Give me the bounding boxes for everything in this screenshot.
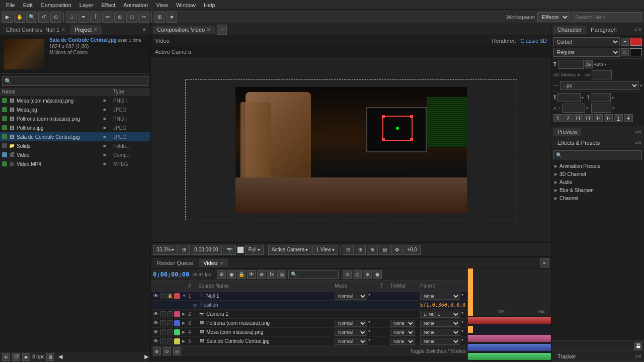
time-display[interactable]: 0;00;00;00 [191, 245, 221, 255]
zoom-display[interactable]: 33,3% ▾ [153, 245, 178, 255]
trkmat-select-4[interactable]: None [390, 329, 415, 336]
eraser-tool[interactable]: ◻ [126, 12, 137, 23]
mode-select-1[interactable]: Normal [335, 293, 367, 300]
layer-solo-4[interactable] [160, 329, 166, 335]
font-color-box[interactable] [630, 38, 642, 46]
effects-presets-tab[interactable]: Effects & Presets [553, 139, 604, 147]
mode-select-5[interactable]: Normal [335, 338, 367, 345]
new-folder-btn[interactable]: ⊕ [2, 353, 10, 361]
project-tab-close[interactable]: ✕ [94, 27, 98, 32]
roto-tool[interactable]: ✂ [138, 12, 149, 23]
menu-effect[interactable]: Effect [97, 1, 119, 9]
tl-solo[interactable]: ◉ [227, 270, 236, 279]
tl-lock[interactable]: 🔒 [237, 270, 246, 279]
tl-extra4[interactable]: ◉ [373, 270, 382, 279]
tl-extra3[interactable]: ⊕ [363, 270, 372, 279]
format-caps[interactable]: TT [574, 114, 583, 122]
position-label[interactable]: Position [200, 302, 416, 308]
layer-lock-3[interactable] [167, 320, 173, 326]
renderer-value[interactable]: Classic 3D [520, 38, 547, 44]
comp-tab[interactable]: Composition: Video ✕ [153, 26, 215, 34]
table-row[interactable]: 👁 ▶ 5 🖼 Sala de Controle Central.jpg Nor… [151, 337, 467, 346]
px-select[interactable]: - px [560, 81, 639, 90]
grid-btn[interactable]: ⊞ [179, 245, 190, 255]
parent-select-1[interactable]: None [420, 293, 460, 300]
tl-collapse[interactable]: ⊕ [257, 270, 266, 279]
trkmat-select-3[interactable]: None [390, 320, 415, 327]
font-size-input[interactable]: 69 px [558, 60, 584, 69]
search-help-input[interactable] [572, 12, 642, 22]
timeline-time-display[interactable]: 0;00;00;00 [153, 271, 189, 278]
effects-close[interactable]: ✕ [638, 140, 642, 145]
effect-controls-tab[interactable]: Effect Controls: Null 1 ✕ [2, 25, 69, 35]
preview-close[interactable]: ✕ [638, 129, 642, 134]
expand-arrow-2[interactable]: ▶ [182, 312, 185, 316]
menu-composition[interactable]: Composition [37, 1, 75, 9]
layer-eye-3[interactable]: 👁 [153, 320, 159, 326]
render-queue-tab[interactable]: Render Queue [153, 259, 197, 267]
playhead[interactable] [468, 268, 473, 316]
parent-select-2[interactable]: 1. Null 1 [420, 311, 460, 318]
delete-btn[interactable]: 🗑 [46, 353, 54, 361]
comp-controls2[interactable]: ⊞ [355, 245, 366, 255]
render-queue-btn[interactable]: ▶ [22, 353, 30, 361]
layer-lock-4[interactable] [167, 329, 173, 335]
paragraph-tab[interactable]: Paragraph [587, 26, 620, 34]
baseline-input[interactable]: 0 px [562, 104, 585, 113]
rect-mask[interactable]: □ [66, 12, 77, 23]
preview-tab[interactable]: Preview [553, 128, 581, 136]
list-item[interactable]: 🎬 Video ■ Comp... [0, 150, 150, 159]
tl-home-btn[interactable]: ⊕ [153, 347, 161, 355]
menu-animation[interactable]: Animation [119, 1, 152, 9]
panel-menu-icon[interactable]: ≡ [140, 26, 148, 34]
toggle-switches-label[interactable]: Toggle Switches / Modes [410, 348, 465, 354]
layer-solo-1[interactable] [160, 293, 166, 299]
new-comp-btn[interactable]: 🎬 [12, 353, 20, 361]
font-select[interactable]: Corbel [553, 37, 620, 46]
layer-lock-2[interactable] [167, 311, 173, 317]
view-mode-select[interactable]: Full ▾ [245, 245, 264, 255]
format-super[interactable]: Ts [594, 114, 603, 122]
trkmat-select-5[interactable]: None [390, 338, 415, 345]
layer-eye-5[interactable]: 👁 [153, 338, 159, 344]
tl-hide-shy[interactable]: 👁 [247, 270, 256, 279]
layer-lock-5[interactable] [167, 338, 173, 344]
style-select[interactable]: Regular [553, 48, 620, 57]
comp-controls5[interactable]: ✿ [391, 245, 403, 255]
offset-display[interactable]: +0,0 [404, 245, 421, 255]
format-italic[interactable]: T [564, 114, 573, 122]
list-item[interactable]: 🎥 Video.MP4 ■ MPEG [0, 159, 150, 168]
parent-select-4[interactable]: None [420, 329, 460, 336]
video-tab-close[interactable]: ✕ [220, 261, 224, 266]
star-tool[interactable]: ★ [166, 12, 177, 23]
tl-effects-btn[interactable]: fx [267, 270, 276, 279]
3d-channel-header[interactable]: ▶ 3D Channel [552, 170, 643, 178]
comp-controls4[interactable]: ▤ [379, 245, 390, 255]
expand-arrow-4[interactable]: ▶ [182, 330, 185, 334]
view-count-btn[interactable]: 1 View ▾ [312, 245, 338, 255]
timeline-menu-btn[interactable]: ≡ [540, 258, 549, 267]
workspace-select[interactable]: Effects [537, 12, 570, 22]
layer-eye-4[interactable]: 👁 [153, 329, 159, 335]
position-value[interactable]: 571,0,360,0,0,0 [420, 302, 465, 308]
scroll-right-btn[interactable]: ▶ [144, 353, 148, 360]
menu-file[interactable]: File [2, 1, 19, 9]
select-tool[interactable]: ▶ [2, 12, 13, 23]
parent-select-5[interactable]: None [420, 338, 460, 345]
table-row[interactable]: 👁 ▶ 2 📷 Camera 1 [151, 310, 467, 319]
audio-header[interactable]: ▶ Audio [552, 178, 643, 186]
pen-tool[interactable]: ✒ [78, 12, 89, 23]
format-strikethrough[interactable]: T [624, 114, 633, 122]
stroke-color-box[interactable] [630, 48, 642, 56]
menu-help[interactable]: Help [200, 1, 219, 9]
tsume-input[interactable]: 0 % [591, 104, 611, 113]
font-color-icon[interactable]: ✒ [621, 38, 629, 46]
char-panel-menu[interactable]: ≡ [634, 27, 637, 32]
format-sub[interactable]: Ts [604, 114, 613, 122]
menu-view[interactable]: View [152, 1, 172, 9]
comp-menu-btn[interactable]: ≡ [217, 25, 227, 35]
list-item[interactable]: 🖼 Poltrona (com máscara).png ■ PNG | [0, 114, 150, 123]
animation-presets-header[interactable]: ▶ Animation Presets [552, 162, 643, 170]
layer-eye-2[interactable]: 👁 [153, 311, 159, 317]
tracker-close[interactable]: ✕ [638, 354, 642, 359]
